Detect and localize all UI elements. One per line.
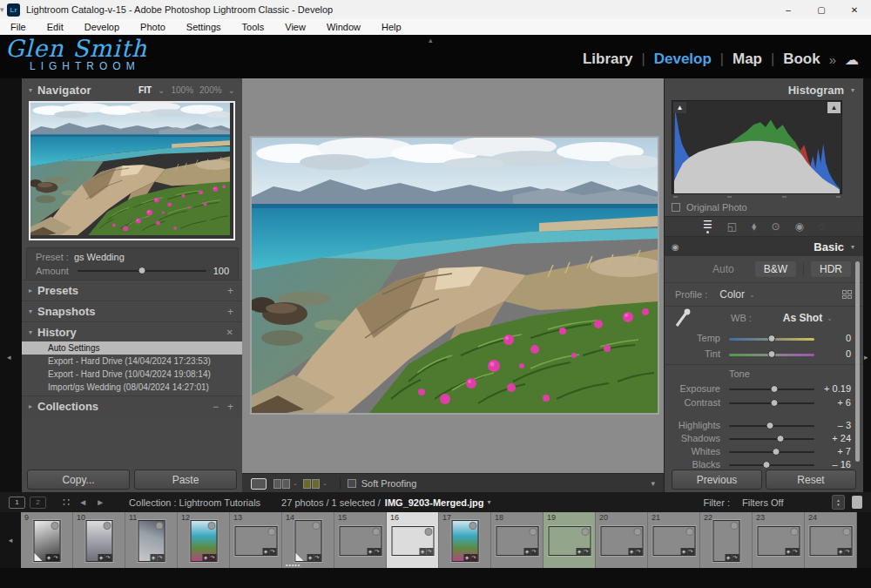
filmstrip-collapse-icon[interactable]: ▾: [0, 5, 4, 14]
shadow-clipping-icon[interactable]: ▲: [673, 102, 686, 113]
thumbnail[interactable]: ◈↷: [652, 526, 695, 556]
right-panel-scrollbar[interactable]: [855, 261, 860, 462]
navigator-zoom-100[interactable]: 100%: [171, 85, 193, 95]
collapse-triangle-icon[interactable]: ▸: [29, 402, 32, 410]
thumbnail[interactable]: ◈↷: [496, 526, 538, 556]
soft-proofing-checkbox[interactable]: [348, 479, 356, 488]
contrast-slider[interactable]: [729, 402, 814, 404]
tint-slider[interactable]: [729, 354, 814, 356]
filmstrip-cell-green-label[interactable]: 19 ◈↷: [544, 512, 596, 568]
filmstrip-cell-selected[interactable]: 16 ◈↷: [387, 512, 439, 568]
collections-add-icon[interactable]: +: [227, 401, 233, 413]
thumbnail[interactable]: ◈↷: [600, 526, 643, 556]
menu-edit[interactable]: Edit: [37, 22, 74, 32]
thumbnail[interactable]: ◈↷: [85, 520, 112, 562]
shadows-slider[interactable]: [729, 438, 814, 440]
module-library[interactable]: Library: [583, 51, 633, 68]
healing-icon[interactable]: ⬧: [752, 221, 756, 232]
menu-help[interactable]: Help: [371, 22, 412, 32]
navigator-preview[interactable]: [29, 101, 235, 240]
menu-photo[interactable]: Photo: [130, 22, 176, 32]
thumbnail[interactable]: ◈↷: [294, 520, 321, 562]
collapse-triangle-icon[interactable]: ▸: [29, 287, 32, 294]
masking-icon[interactable]: ◉: [794, 221, 803, 232]
filmstrip-scroll-left-icon[interactable]: ◂: [9, 536, 13, 544]
whites-knob[interactable]: [772, 448, 780, 456]
filmstrip-cell[interactable]: 13 ◈↷: [230, 512, 282, 568]
thumbnail[interactable]: ◈↷: [757, 526, 800, 556]
filmstrip-cell[interactable]: 20 ◈↷: [596, 512, 648, 568]
collapse-triangle-icon[interactable]: ▾: [29, 308, 32, 315]
paste-button[interactable]: Paste: [134, 470, 237, 490]
thumbnail[interactable]: ◈↷: [548, 526, 591, 556]
before-after-caret-icon[interactable]: ⌄: [293, 480, 298, 487]
highlights-slider[interactable]: [729, 425, 814, 427]
navigator-fit[interactable]: FIT: [138, 85, 152, 95]
toolbar-options-icon[interactable]: ▾: [651, 479, 655, 488]
navigator-fit-caret-icon[interactable]: ⌄: [158, 85, 165, 95]
redeye-icon[interactable]: ⊙: [771, 221, 780, 232]
menu-view[interactable]: View: [274, 22, 316, 32]
previous-photo-icon[interactable]: ◄: [78, 497, 87, 507]
contrast-knob[interactable]: [770, 399, 778, 407]
original-photo-checkbox[interactable]: [672, 203, 680, 212]
close-button[interactable]: ✕: [838, 0, 871, 19]
amount-slider[interactable]: [78, 270, 206, 272]
filmstrip-cell[interactable]: 21 ◈↷: [648, 512, 700, 568]
highlight-clipping-icon[interactable]: ▲: [827, 102, 841, 113]
filmstrip-cell[interactable]: 17 ◈↷: [439, 512, 491, 568]
edit-sliders-icon[interactable]: ☰: [703, 220, 712, 233]
thumbnail[interactable]: ◈↷: [339, 526, 381, 556]
history-item[interactable]: Export - Hard Drive (10/04/2024 19:08:14…: [22, 368, 242, 381]
auto-button[interactable]: Auto: [712, 263, 734, 275]
history-section-header[interactable]: ▾ History ✕: [22, 321, 242, 342]
whites-slider[interactable]: [729, 451, 814, 453]
before-after-tb-icon[interactable]: [303, 479, 320, 489]
wb-value[interactable]: As Shot: [783, 312, 822, 324]
before-after2-caret-icon[interactable]: ⌄: [322, 480, 327, 487]
collection-breadcrumb[interactable]: Collection : Lightroom Tutorials: [129, 497, 260, 508]
filmstrip-cell[interactable]: 9 ◈↷: [21, 512, 73, 568]
collapse-triangle-icon[interactable]: ▾: [29, 328, 32, 336]
history-item[interactable]: Import/gs Wedding (08/04/2024 14:27:01): [22, 381, 242, 394]
exposure-knob[interactable]: [770, 385, 778, 393]
bw-button[interactable]: B&W: [755, 261, 796, 277]
copy-button[interactable]: Copy...: [27, 470, 130, 490]
filmstrip-cell[interactable]: 12 ◈↷: [178, 512, 230, 568]
reset-button[interactable]: Reset: [766, 470, 856, 490]
thumbnail[interactable]: ◈↷: [712, 520, 739, 562]
presets-section-header[interactable]: ▸ Presets +: [22, 280, 242, 301]
module-overflow-icon[interactable]: »: [829, 52, 836, 67]
menu-file[interactable]: File: [0, 22, 37, 32]
module-map[interactable]: Map: [733, 51, 762, 68]
filmstrip-cell[interactable]: 22 ◈↷: [700, 512, 753, 568]
left-panel-collapse-icon[interactable]: ◂: [7, 353, 11, 362]
main-photo[interactable]: [250, 136, 659, 415]
second-window-button[interactable]: 2: [30, 497, 46, 509]
exposure-slider[interactable]: [729, 389, 814, 390]
collapse-triangle-icon[interactable]: ▾: [851, 243, 854, 251]
hdr-button[interactable]: HDR: [811, 261, 851, 277]
filmstrip-cell[interactable]: 24 ◈↷: [805, 512, 857, 568]
basic-panel-header[interactable]: ◉ Basic ▾: [665, 237, 863, 256]
history-item[interactable]: Auto Settings: [22, 341, 242, 355]
histogram[interactable]: ▲ ▲: [672, 100, 842, 194]
rating-dots[interactable]: •••••: [286, 562, 300, 568]
navigator-zoom-200[interactable]: 200%: [199, 85, 222, 95]
profile-browser-icon[interactable]: [842, 290, 853, 299]
navigator-zoom-caret-icon[interactable]: ⌄: [228, 85, 235, 95]
previous-button[interactable]: Previous: [672, 470, 762, 490]
wb-caret-icon[interactable]: ⌄: [827, 314, 833, 322]
crop-icon[interactable]: ◱: [727, 221, 737, 232]
blacks-slider[interactable]: [729, 464, 814, 466]
history-item[interactable]: Export - Hard Drive (14/04/2024 17:23:53…: [22, 355, 242, 368]
collections-section-header[interactable]: ▸ Collections − +: [22, 395, 242, 416]
cloud-sync-icon[interactable]: ☁: [845, 51, 859, 68]
tint-knob[interactable]: [768, 350, 776, 358]
wb-eyedropper-icon[interactable]: [673, 308, 692, 328]
menu-tools[interactable]: Tools: [232, 22, 275, 32]
preset-sync-icon[interactable]: ◌: [819, 221, 825, 232]
filmstrip-cell[interactable]: 23 ◈↷: [753, 512, 805, 568]
filmstrip-cell[interactable]: 10 ◈↷: [73, 512, 125, 568]
temp-slider[interactable]: [729, 338, 814, 341]
